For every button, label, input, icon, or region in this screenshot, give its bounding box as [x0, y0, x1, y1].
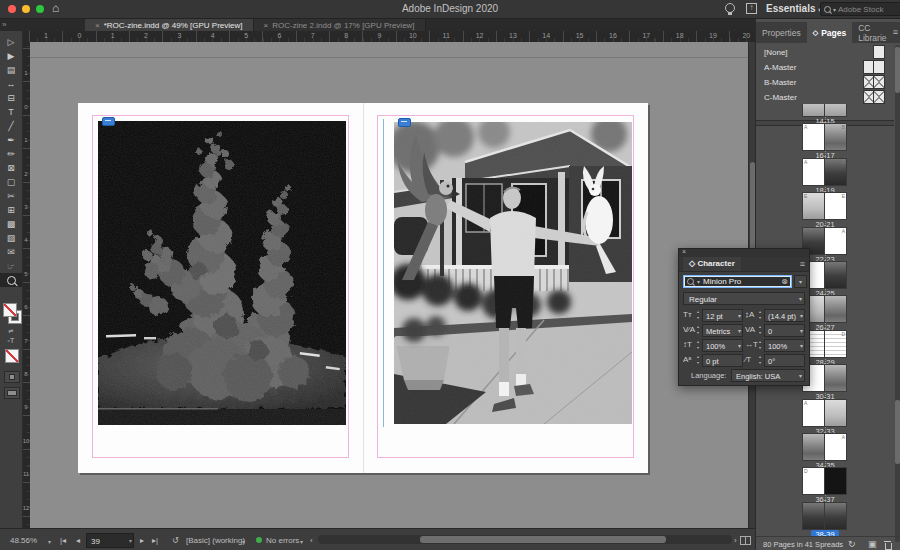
tab-pages[interactable]: ◇Pages — [807, 22, 852, 43]
stepper-arrows[interactable]: ▴▾ — [695, 339, 701, 351]
preflight-status[interactable]: No errors — [266, 536, 299, 545]
spread-38-39[interactable]: 38-39 — [756, 503, 894, 536]
workspace-switcher[interactable]: Essentials ▾ — [766, 3, 821, 14]
document-canvas[interactable] — [30, 42, 748, 528]
font-family-dropdown-button[interactable]: ▾ — [794, 275, 807, 288]
spread-thumbnail[interactable]: A — [803, 434, 847, 460]
last-page-button[interactable]: ▸| — [152, 536, 158, 545]
master-row-b-master[interactable]: B-Master — [756, 75, 894, 90]
chevron-down-icon[interactable]: ▾ — [738, 327, 741, 334]
spread-thumbnail[interactable]: A — [803, 400, 847, 426]
rotate-spread-icon[interactable]: ↻ — [848, 539, 856, 549]
page-spread[interactable] — [78, 103, 648, 473]
stepper-arrows[interactable]: ▴▾ — [695, 324, 701, 336]
share-icon[interactable]: ↑ — [746, 3, 757, 14]
lightbulb-icon[interactable] — [725, 3, 735, 13]
stepper-arrows[interactable]: ▴▾ — [757, 339, 763, 351]
spread-34-35[interactable]: A34-35 — [756, 434, 894, 472]
page-39[interactable] — [363, 103, 648, 473]
spread-18-19[interactable]: AB18-19 — [756, 159, 894, 197]
panel-menu-icon[interactable]: ≡ — [893, 27, 898, 37]
selection-tool[interactable]: ▷ — [0, 35, 22, 49]
frame-tool[interactable]: ⊠ — [0, 161, 22, 175]
page-thumb-left[interactable]: D — [803, 468, 824, 494]
kerning-field[interactable]: Metrics▾ — [702, 324, 743, 337]
history-arrow-icon[interactable]: ↺ — [172, 536, 179, 545]
page-thumb-right[interactable]: A — [825, 228, 846, 254]
chevron-down-icon[interactable]: ▾ — [738, 312, 741, 319]
normal-view-button[interactable] — [4, 371, 20, 383]
doc-tab-2[interactable]: ×ROC-zine 2.indd @ 17% [GPU Preview] — [254, 19, 426, 31]
master-row-a-master[interactable]: A-Master — [756, 60, 894, 75]
rectangle-tool[interactable]: ▢ — [0, 175, 22, 189]
spread-thumbnail[interactable]: EE — [803, 193, 847, 219]
new-page-icon[interactable]: ▣ — [868, 539, 877, 549]
gradient-tool[interactable]: ▩ — [0, 217, 22, 231]
zoom-tool[interactable] — [0, 273, 22, 287]
page-thumb-right[interactable] — [825, 503, 846, 529]
type-tool[interactable]: T — [0, 105, 22, 119]
spread-36-37[interactable]: D36-37 — [756, 468, 894, 506]
page-thumb-right[interactable] — [825, 296, 846, 322]
chevron-down-icon[interactable]: ▾ — [800, 342, 803, 349]
stepper-arrows[interactable]: ▴▾ — [757, 309, 763, 321]
page-thumb-right[interactable] — [825, 104, 846, 116]
spread-20-21[interactable]: EE20-21 — [756, 193, 894, 231]
apply-none-swatch[interactable] — [5, 349, 19, 363]
scroll-left-arrow[interactable]: ‹ — [310, 536, 313, 545]
tracking-field[interactable]: 0▾ — [764, 324, 805, 337]
font-family-field[interactable]: ▾ Minion Pro ⊗ — [683, 275, 792, 288]
skew-field[interactable]: 0° — [764, 354, 805, 367]
free-transform-tool[interactable]: ⊞ — [0, 203, 22, 217]
direct-selection-tool[interactable]: ▶ — [0, 49, 22, 63]
doc-tab-1[interactable]: ×*ROC-zine.indd @ 49% [GPU Preview] — [85, 19, 254, 31]
hand-tool[interactable]: ☞ — [0, 259, 22, 273]
fill-swatch-none[interactable] — [3, 303, 17, 317]
delete-page-icon[interactable] — [884, 541, 891, 549]
page-thumb-right[interactable]: B — [825, 124, 846, 150]
spread-thumbnail[interactable] — [803, 104, 847, 116]
page-number-field[interactable]: 39 ▾ — [86, 533, 134, 548]
content-collector-tool[interactable]: ⊟ — [0, 91, 22, 105]
preflight-profile[interactable]: [Basic] (working) — [186, 536, 245, 545]
photo-frame-inverted-trees[interactable] — [98, 121, 346, 425]
errors-chevron-icon[interactable]: ▾ — [300, 538, 303, 545]
adobe-stock-search-input[interactable]: ▾ Adobe Stock — [820, 2, 900, 16]
spread-thumbnail[interactable]: AB — [803, 124, 847, 150]
stepper-arrows[interactable]: ▴▾ — [695, 354, 701, 366]
page-thumb-left[interactable]: A — [803, 400, 824, 426]
page-thumb-right[interactable]: D — [825, 331, 846, 357]
page-thumb-left[interactable]: A — [803, 124, 824, 150]
master-row-c-master[interactable]: C-Master — [756, 90, 894, 105]
page-thumb-right[interactable] — [825, 468, 846, 494]
page-thumb-left[interactable]: A — [803, 159, 824, 185]
baseline-shift-field[interactable]: 0 pt — [702, 354, 743, 367]
next-page-button[interactable]: ▸ — [140, 536, 144, 545]
tab-properties[interactable]: Properties — [756, 22, 807, 43]
page-thumb-right[interactable] — [825, 400, 846, 426]
spread-thumbnail[interactable] — [803, 503, 847, 529]
note-tool[interactable]: ✉ — [0, 245, 22, 259]
chevron-down-icon[interactable]: ▾ — [800, 312, 803, 319]
page-thumb-left[interactable] — [803, 503, 824, 529]
stepper-arrows[interactable]: ▴▾ — [695, 309, 701, 321]
collapse-toolbar-icon[interactable]: » — [2, 20, 6, 29]
panel-menu-icon[interactable]: ≡ — [800, 259, 805, 269]
font-style-dropdown[interactable]: Regular ▾ — [683, 292, 805, 305]
language-dropdown[interactable]: English: USA ▾ — [731, 369, 805, 382]
page-thumb-right[interactable]: E — [825, 193, 846, 219]
spread-32-33[interactable]: A32-33 — [756, 400, 894, 438]
chevron-down-icon[interactable]: ▾ — [800, 327, 803, 334]
page-thumb-left[interactable] — [803, 104, 824, 116]
line-tool[interactable]: ╱ — [0, 119, 22, 133]
pages-scrollbar[interactable] — [895, 104, 900, 542]
chevron-down-icon[interactable]: ▾ — [738, 342, 741, 349]
formatting-affects-text-icon[interactable]: ▫T — [0, 337, 22, 344]
pen-tool[interactable]: ✒ — [0, 133, 22, 147]
gradient-feather-tool[interactable]: ▨ — [0, 231, 22, 245]
page-thumb-right[interactable]: A — [825, 434, 846, 460]
page-thumb-left[interactable] — [803, 434, 824, 460]
zoom-level-chevron-icon[interactable]: ▾ — [48, 538, 51, 545]
stepper-arrows[interactable]: ▴▾ — [757, 354, 763, 366]
spread-thumbnail[interactable]: D — [803, 468, 847, 494]
